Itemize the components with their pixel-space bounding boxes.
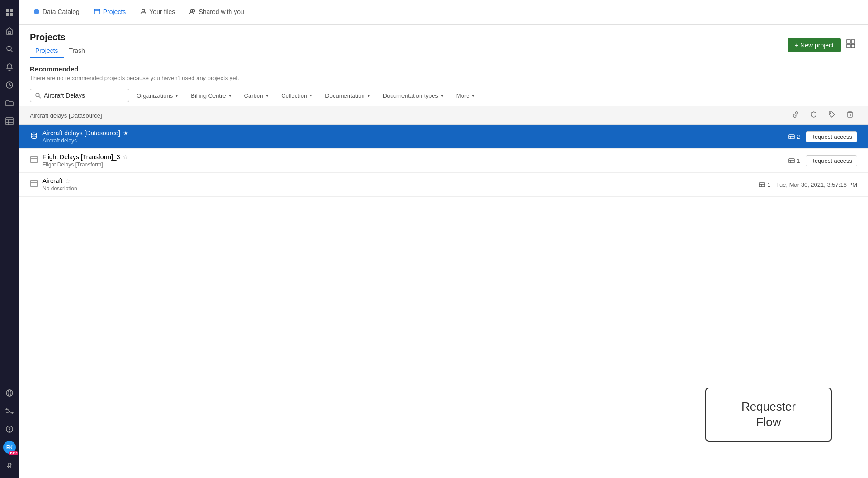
globe-icon[interactable] xyxy=(1,385,18,401)
requester-flow-tooltip: RequesterFlow xyxy=(705,388,832,442)
page-title: Projects xyxy=(30,32,90,43)
billing-centre-filter[interactable]: Billing Centre xyxy=(185,90,236,102)
svg-point-24 xyxy=(193,10,195,12)
clock-icon[interactable] xyxy=(1,77,18,93)
svg-rect-26 xyxy=(851,40,855,43)
more-filter[interactable]: More xyxy=(451,90,481,102)
bell-icon[interactable] xyxy=(1,59,18,75)
svg-rect-39 xyxy=(31,156,37,163)
datasource-icon xyxy=(30,132,38,142)
transform-icon xyxy=(30,156,38,166)
svg-rect-25 xyxy=(847,40,850,43)
svg-rect-27 xyxy=(847,44,850,48)
top-nav: Data Catalog Projects Your files Shared … xyxy=(19,0,868,25)
svg-point-19 xyxy=(34,9,39,14)
row-count: 1 xyxy=(788,157,800,164)
star-icon[interactable]: ★ xyxy=(123,129,129,137)
sub-tab-trash[interactable]: Trash xyxy=(64,44,90,58)
help-icon[interactable] xyxy=(1,421,18,437)
row-meta: 1 Request access xyxy=(788,155,857,166)
aircraft-icon xyxy=(30,180,38,189)
carbon-filter[interactable]: Carbon xyxy=(239,90,274,102)
tag-icon-button[interactable] xyxy=(825,109,839,122)
svg-rect-1 xyxy=(10,9,13,12)
row-main: Flight Delays [Transform]_3 ☆ Flight Del… xyxy=(42,153,788,168)
row-main: Aircraft ☆ No description xyxy=(42,177,759,192)
header-actions: + New project xyxy=(788,38,857,52)
svg-rect-0 xyxy=(6,9,9,12)
organizations-filter[interactable]: Organizations xyxy=(131,90,184,102)
page-title-area: Projects Projects Trash xyxy=(30,32,90,58)
row-title: Aircraft ☆ xyxy=(42,177,759,185)
home-icon[interactable] xyxy=(1,23,18,39)
svg-rect-48 xyxy=(760,183,765,187)
expand-icon[interactable] xyxy=(1,457,18,473)
svg-point-35 xyxy=(31,133,37,135)
search-box xyxy=(30,89,129,102)
svg-rect-20 xyxy=(94,9,100,14)
trash-icon-button[interactable] xyxy=(843,109,857,122)
filter-bar: Organizations Billing Centre Carbon Coll… xyxy=(19,85,868,106)
folder-icon[interactable] xyxy=(1,95,18,111)
search-icon xyxy=(35,92,41,99)
svg-line-6 xyxy=(11,50,13,52)
svg-point-5 xyxy=(7,46,11,51)
recommended-section: Recommended There are no recommended pro… xyxy=(19,58,868,85)
shuffle-icon[interactable] xyxy=(1,403,18,419)
table-row[interactable]: Flight Delays [Transform]_3 ☆ Flight Del… xyxy=(19,149,868,173)
collection-filter[interactable]: Collection xyxy=(276,90,318,102)
tab-your-files[interactable]: Your files xyxy=(133,0,182,24)
svg-rect-45 xyxy=(31,180,37,187)
row-title: Flight Delays [Transform]_3 ☆ xyxy=(42,153,788,161)
row-main: Aircraft delays [Datasource] ★ Aircraft … xyxy=(42,129,788,144)
svg-rect-3 xyxy=(10,13,13,16)
recommended-title: Recommended xyxy=(30,65,857,73)
row-subtitle: No description xyxy=(42,185,759,192)
shield-icon-button[interactable] xyxy=(807,109,821,122)
svg-rect-42 xyxy=(789,159,794,163)
recommended-desc: There are no recommended projects becaus… xyxy=(30,75,857,81)
tab-projects[interactable]: Projects xyxy=(87,0,133,24)
row-meta: 1 Tue, Mar 30, 2021, 3:57:16 PM xyxy=(759,181,857,188)
search-icon[interactable] xyxy=(1,41,18,57)
svg-rect-4 xyxy=(8,32,11,34)
sub-tabs: Projects Trash xyxy=(30,44,90,58)
svg-rect-2 xyxy=(6,13,9,16)
row-count: 2 xyxy=(788,133,800,140)
request-access-button[interactable]: Request access xyxy=(806,131,858,142)
avatar[interactable]: EK DEV xyxy=(1,439,18,455)
tab-data-catalog[interactable]: Data Catalog xyxy=(26,0,87,24)
grid-icon[interactable] xyxy=(1,5,18,21)
search-input[interactable] xyxy=(44,92,116,99)
view-toggle-button[interactable] xyxy=(844,38,857,52)
star-icon[interactable]: ☆ xyxy=(123,153,128,161)
svg-line-30 xyxy=(39,96,41,98)
documentation-filter[interactable]: Documentation xyxy=(320,90,375,102)
table-row[interactable]: Aircraft delays [Datasource] ★ Aircraft … xyxy=(19,125,868,149)
row-date: Tue, Mar 30, 2021, 3:57:16 PM xyxy=(776,181,857,188)
svg-rect-36 xyxy=(789,135,794,139)
row-subtitle: Aircraft delays xyxy=(42,137,788,144)
data-rows: Aircraft delays [Datasource] ★ Aircraft … xyxy=(19,125,868,197)
results-header-title: Aircraft delays [Datasource] xyxy=(30,112,102,119)
table-row[interactable]: Aircraft ☆ No description 1 Tue, M xyxy=(19,173,868,197)
star-icon[interactable]: ☆ xyxy=(65,177,71,185)
svg-rect-8 xyxy=(6,118,13,125)
results-header: Aircraft delays [Datasource] xyxy=(19,106,868,125)
row-title: Aircraft delays [Datasource] ★ xyxy=(42,129,788,137)
sub-tab-projects[interactable]: Projects xyxy=(30,44,64,58)
documentation-types-filter[interactable]: Documentation types xyxy=(377,90,449,102)
row-meta: 2 Request access xyxy=(788,131,857,142)
row-count: 1 xyxy=(759,181,770,188)
request-access-button[interactable]: Request access xyxy=(806,155,858,166)
link-icon-button[interactable] xyxy=(788,109,803,122)
svg-rect-32 xyxy=(848,113,852,117)
new-project-button[interactable]: + New project xyxy=(788,38,841,52)
table-icon[interactable] xyxy=(1,113,18,129)
row-subtitle: Flight Delays [Transform] xyxy=(42,161,788,168)
page-header: Projects Projects Trash + New project xyxy=(19,25,868,58)
results-actions xyxy=(788,109,857,122)
svg-rect-28 xyxy=(851,44,855,48)
sidebar: EK DEV xyxy=(0,0,19,478)
tab-shared-with-you[interactable]: Shared with you xyxy=(182,0,251,24)
